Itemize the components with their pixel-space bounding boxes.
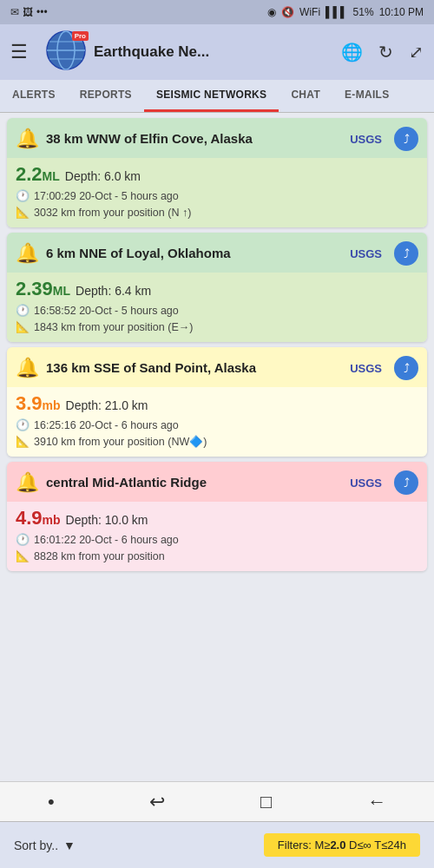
mute-icon: 🔇 (281, 6, 294, 18)
eq-card-4-header: 🔔 central Mid-Atlantic Ridge USGS ⤴ (7, 462, 427, 502)
share-button-2[interactable]: ⤴ (394, 241, 418, 266)
eq-location-2: 6 km NNE of Loyal, Oklahoma (46, 245, 343, 262)
clock-icon-3: 🕐 (16, 418, 30, 431)
eq-magnitude-3: 3.9 (16, 392, 43, 414)
eq-location-4: central Mid-Atlantic Ridge (46, 474, 343, 491)
eq-depth-2: Depth: 6.4 km (76, 284, 151, 298)
eq-distance-1: 📐 3032 km from your position (N ↑) (16, 206, 418, 219)
clock-icon-1: 🕐 (16, 189, 30, 202)
eq-location-1: 38 km WNW of Elfin Cove, Alaska (46, 130, 343, 148)
eq-source-3: USGS (350, 362, 382, 375)
eq-depth-4: Depth: 10.0 km (66, 513, 148, 527)
sort-label: Sort by.. (14, 838, 58, 852)
eq-card-1-body: 2.2MLDepth: 6.0 km 🕐 17:00:29 20-Oct - 5… (7, 158, 427, 227)
camera-icon: 🖼 (23, 6, 33, 18)
eq-card-2-body: 2.39MLDepth: 6.4 km 🕐 16:58:52 20-Oct - … (7, 273, 427, 342)
alert-icon-4: 🔔 (16, 471, 39, 494)
distance-icon-3: 📐 (16, 435, 30, 448)
eq-magtype-3: mb (43, 398, 61, 412)
eq-card-2-header: 🔔 6 km NNE of Loyal, Oklahoma USGS ⤴ (7, 233, 427, 273)
signal-icon: ▌▌▌ (326, 6, 348, 18)
distance-icon-4: 📐 (16, 549, 30, 562)
status-bar-right: ◉ 🔇 WiFi ▌▌▌ 51% 10:10 PM (267, 6, 424, 18)
distance-icon-2: 📐 (16, 320, 30, 333)
eq-source-2: USGS (350, 247, 382, 260)
menu-icon[interactable]: ☰ (10, 41, 36, 63)
eq-depth-1: Depth: 6.0 km (65, 169, 141, 183)
eq-time-2: 🕐 16:58:52 20-Oct - 5 hours ago (16, 304, 418, 317)
tab-bar: ALERTS REPORTS SEISMIC NETWORKS CHAT E-M… (0, 80, 434, 113)
eq-distance-4: 📐 8828 km from your position (16, 549, 418, 562)
clock-icon-4: 🕐 (16, 533, 30, 546)
eq-magtype-2: ML (53, 284, 70, 298)
filter-label: Filters: M≥ (278, 838, 331, 852)
mail-icon: ✉ (10, 6, 19, 18)
bottom-bar: Sort by.. ▼ Filters: M≥2.0 D≤∞ T≤24h (0, 821, 434, 868)
filter-section[interactable]: Filters: M≥2.0 D≤∞ T≤24h (264, 833, 420, 857)
share-icon-3: ⤴ (404, 361, 410, 375)
earthquake-card-2: 🔔 6 km NNE of Loyal, Oklahoma USGS ⤴ 2.3… (7, 233, 427, 342)
earthquake-list: 🔔 38 km WNW of Elfin Cove, Alaska USGS ⤴… (0, 113, 434, 667)
refresh-icon[interactable]: ↻ (378, 42, 393, 62)
sort-dropdown-icon: ▼ (63, 838, 76, 852)
nav-back-icon[interactable]: ← (367, 791, 386, 813)
tab-reports[interactable]: REPORTS (68, 80, 144, 112)
eq-time-4: 🕐 16:01:22 20-Oct - 6 hours ago (16, 533, 418, 546)
earthquake-card-1: 🔔 38 km WNW of Elfin Cove, Alaska USGS ⤴… (7, 118, 427, 227)
eq-time-3: 🕐 16:25:16 20-Oct - 6 hours ago (16, 418, 418, 431)
distance-icon-1: 📐 (16, 206, 30, 219)
eq-magnitude-1: 2.2 (16, 163, 43, 185)
eq-magnitude-2: 2.39 (16, 278, 53, 299)
location-icon: ◉ (267, 6, 276, 18)
globe-icon[interactable]: 🌐 (341, 42, 363, 62)
earthquake-card-4: 🔔 central Mid-Atlantic Ridge USGS ⤴ 4.9m… (7, 462, 427, 571)
battery-level: 51% (353, 6, 374, 18)
eq-card-3-body: 3.9mbDepth: 21.0 km 🕐 16:25:16 20-Oct - … (7, 387, 427, 457)
signal-dots-icon: ••• (36, 6, 48, 18)
eq-card-1-header: 🔔 38 km WNW of Elfin Cove, Alaska USGS ⤴ (7, 118, 427, 158)
wifi-icon: WiFi (299, 6, 320, 18)
tab-alerts[interactable]: ALERTS (0, 80, 68, 112)
eq-source-4: USGS (350, 477, 382, 490)
nav-bar: • ↩ □ ← (0, 781, 434, 821)
tab-chat[interactable]: CHAT (279, 80, 332, 112)
eq-magtype-4: mb (43, 513, 61, 527)
share-icon-4: ⤴ (404, 476, 410, 490)
eq-card-4-body: 4.9mbDepth: 10.0 km 🕐 16:01:22 20-Oct - … (7, 502, 427, 571)
app-header: ☰ Pro Earthquake Ne... 🌐 ↻ ⤢ (0, 24, 434, 80)
filter-params: D≤∞ T≤24h (345, 838, 406, 852)
eq-distance-3: 📐 3910 km from your position (NW🔷) (16, 435, 418, 448)
eq-source-1: USGS (350, 133, 382, 146)
eq-card-3-header: 🔔 136 km SSE of Sand Point, Alaska USGS … (7, 347, 427, 387)
alert-icon-1: 🔔 (16, 128, 39, 150)
app-title: Earthquake Ne... (94, 43, 209, 61)
tab-seismic-networks[interactable]: SEISMIC NETWORKS (144, 80, 279, 112)
share-icon-2: ⤴ (404, 247, 410, 260)
share-button-3[interactable]: ⤴ (394, 356, 418, 380)
header-icons: 🌐 ↻ ⤢ (341, 42, 424, 62)
logo-wrapper: Pro (45, 30, 87, 75)
share-icon-1: ⤴ (404, 132, 410, 146)
earthquake-card-3: 🔔 136 km SSE of Sand Point, Alaska USGS … (7, 347, 427, 457)
nav-return-icon[interactable]: ↩ (149, 791, 165, 813)
eq-distance-2: 📐 1843 km from your position (E→) (16, 320, 418, 333)
tab-emails[interactable]: E-MAILS (332, 80, 401, 112)
eq-location-3: 136 km SSE of Sand Point, Alaska (46, 359, 343, 377)
filter-magnitude: 2.0 (330, 838, 345, 852)
alert-icon-3: 🔔 (16, 357, 39, 379)
sort-section[interactable]: Sort by.. ▼ (14, 838, 76, 852)
eq-magtype-1: ML (43, 169, 60, 183)
nav-dot-icon[interactable]: • (48, 791, 55, 813)
eq-depth-3: Depth: 21.0 km (66, 398, 148, 412)
time-display: 10:10 PM (379, 6, 424, 18)
logo-area: Pro Earthquake Ne... (45, 30, 332, 75)
share-button-1[interactable]: ⤴ (394, 127, 418, 151)
status-bar: ✉ 🖼 ••• ◉ 🔇 WiFi ▌▌▌ 51% 10:10 PM (0, 0, 434, 24)
share-button-4[interactable]: ⤴ (394, 470, 418, 495)
status-bar-left: ✉ 🖼 ••• (10, 6, 48, 18)
eq-magnitude-4: 4.9 (16, 507, 43, 529)
pro-badge: Pro (72, 31, 89, 41)
eq-time-1: 🕐 17:00:29 20-Oct - 5 hours ago (16, 189, 418, 202)
nav-home-icon[interactable]: □ (260, 791, 272, 813)
expand-icon[interactable]: ⤢ (409, 42, 424, 62)
